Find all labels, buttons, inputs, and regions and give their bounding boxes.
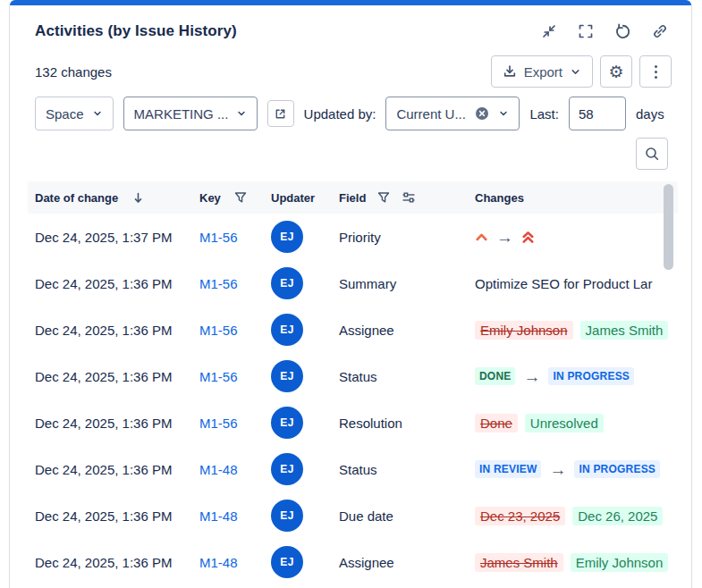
- status-badge-new: IN PROGRESS: [574, 460, 660, 478]
- changes-cell: IN REVIEW→IN PROGRESS: [475, 460, 678, 478]
- changes-cell: James SmithEmily Johnson: [475, 553, 678, 572]
- chevron-down-icon: [570, 66, 581, 78]
- updater-avatar[interactable]: EJ: [271, 546, 303, 578]
- column-header-field[interactable]: Field: [339, 191, 366, 205]
- removed-value: Dec 23, 2025: [475, 507, 565, 525]
- updater-avatar[interactable]: EJ: [271, 314, 303, 346]
- project-dropdown-value: MARKETING ...: [134, 106, 228, 122]
- issue-key-link[interactable]: M1-56: [199, 276, 238, 291]
- change-arrow-icon: →: [522, 368, 541, 385]
- collapse-icon[interactable]: [541, 23, 557, 39]
- priority-high-icon: [475, 231, 488, 242]
- changes-cell: DONE→IN PROGRESS: [475, 367, 678, 385]
- clear-filter-icon[interactable]: [475, 106, 489, 121]
- updater-avatar[interactable]: EJ: [271, 407, 303, 439]
- export-label: Export: [524, 64, 562, 80]
- chevron-down-icon: [498, 108, 509, 119]
- sort-descending-icon[interactable]: [131, 191, 145, 205]
- download-icon: [503, 64, 517, 79]
- vertical-scrollbar[interactable]: [664, 184, 673, 270]
- issue-key-link[interactable]: M1-56: [199, 416, 238, 431]
- open-project-button[interactable]: [267, 100, 294, 127]
- table-header-row: Date of change Key: [28, 181, 678, 214]
- removed-value: Emily Johnson: [475, 321, 573, 340]
- activities-table: Date of change Key: [28, 181, 678, 585]
- refresh-icon[interactable]: [614, 23, 631, 40]
- table-row: Dec 24, 2025, 1:36 PMM1-56EJResolutionDo…: [28, 399, 678, 446]
- status-badge-old: IN REVIEW: [475, 460, 541, 478]
- added-value: Emily Johnson: [571, 553, 669, 572]
- gadget-accent-bar: [10, 0, 691, 5]
- field-settings-icon[interactable]: [402, 190, 416, 205]
- updated-by-label: Updated by:: [304, 106, 376, 122]
- priority-highest-icon: [521, 231, 535, 244]
- column-header-updater[interactable]: Updater: [271, 191, 315, 205]
- issue-key-link[interactable]: M1-56: [199, 369, 238, 384]
- changes-cell: DoneUnresolved: [475, 414, 678, 433]
- changes-cell: Dec 23, 2025Dec 26, 2025: [475, 507, 678, 525]
- field-filter-icon[interactable]: [377, 191, 390, 204]
- updater-avatar[interactable]: EJ: [271, 267, 303, 299]
- field-cell: Assignee: [339, 323, 475, 338]
- fullscreen-icon[interactable]: [578, 23, 594, 39]
- field-cell: Priority: [339, 230, 475, 245]
- table-row: Dec 24, 2025, 1:37 PMM1-56EJPriority→: [28, 214, 678, 260]
- last-days-input[interactable]: [569, 97, 626, 130]
- date-cell: Dec 24, 2025, 1:37 PM: [35, 230, 199, 245]
- external-link-icon: [274, 107, 287, 121]
- change-arrow-icon: →: [495, 229, 514, 246]
- settings-button[interactable]: ⚙: [600, 55, 632, 88]
- link-icon[interactable]: [652, 23, 668, 39]
- table-row: Dec 24, 2025, 1:36 PMM1-56EJSummaryOptim…: [28, 260, 678, 307]
- field-cell: Status: [339, 369, 475, 384]
- date-cell: Dec 24, 2025, 1:36 PM: [35, 416, 199, 431]
- space-dropdown-label: Space: [46, 106, 84, 122]
- added-value: Dec 26, 2025: [572, 507, 663, 525]
- table-row: Dec 24, 2025, 1:36 PMM1-56EJStatusDONE→I…: [28, 353, 678, 399]
- status-badge-new: IN PROGRESS: [548, 367, 634, 385]
- key-filter-icon[interactable]: [234, 191, 247, 204]
- field-cell: Due date: [339, 508, 475, 524]
- removed-value: Done: [475, 414, 518, 433]
- export-button[interactable]: Export: [491, 55, 593, 88]
- kebab-icon: [655, 65, 657, 79]
- table-row: Dec 24, 2025, 1:36 PMM1-48EJAssigneeJame…: [28, 539, 678, 585]
- issue-key-link[interactable]: M1-56: [199, 323, 238, 338]
- date-cell: Dec 24, 2025, 1:36 PM: [35, 462, 199, 477]
- table-body: Dec 24, 2025, 1:37 PMM1-56EJPriority→Dec…: [28, 214, 678, 585]
- column-header-changes: Changes: [475, 191, 524, 205]
- column-header-date[interactable]: Date of change: [35, 191, 118, 205]
- status-badge-old: DONE: [475, 367, 515, 385]
- issue-key-link[interactable]: M1-56: [199, 230, 238, 245]
- days-label: days: [636, 106, 664, 122]
- field-cell: Assignee: [339, 555, 475, 570]
- date-cell: Dec 24, 2025, 1:36 PM: [35, 323, 199, 338]
- activities-gadget: Activities (by Issue History): [9, 0, 692, 588]
- issue-key-link[interactable]: M1-48: [199, 555, 238, 570]
- field-cell: Status: [339, 462, 475, 477]
- space-dropdown[interactable]: Space: [35, 97, 114, 130]
- issue-key-link[interactable]: M1-48: [199, 462, 238, 477]
- change-arrow-icon: →: [548, 461, 567, 478]
- search-icon: [644, 146, 660, 162]
- changes-cell: →: [475, 229, 678, 246]
- updated-by-value: Current U...: [396, 106, 466, 122]
- change-text: Optimize SEO for Product Lar: [475, 276, 652, 291]
- updater-avatar[interactable]: EJ: [271, 453, 303, 485]
- updater-avatar[interactable]: EJ: [271, 360, 303, 392]
- issue-key-link[interactable]: M1-48: [199, 508, 238, 524]
- updater-avatar[interactable]: EJ: [271, 500, 303, 532]
- search-button[interactable]: [636, 138, 668, 170]
- updater-avatar[interactable]: EJ: [271, 221, 303, 253]
- project-dropdown[interactable]: MARKETING ...: [123, 97, 258, 130]
- field-cell: Resolution: [339, 416, 475, 431]
- removed-value: James Smith: [475, 553, 563, 572]
- chevron-down-icon: [236, 108, 247, 119]
- page-title: Activities (by Issue History): [35, 22, 237, 40]
- added-value: Unresolved: [525, 414, 604, 433]
- more-options-button[interactable]: [639, 55, 672, 88]
- date-cell: Dec 24, 2025, 1:36 PM: [35, 369, 199, 384]
- column-header-key[interactable]: Key: [199, 191, 221, 205]
- updated-by-dropdown[interactable]: Current U...: [385, 97, 520, 130]
- changes-count: 132 changes: [35, 64, 112, 80]
